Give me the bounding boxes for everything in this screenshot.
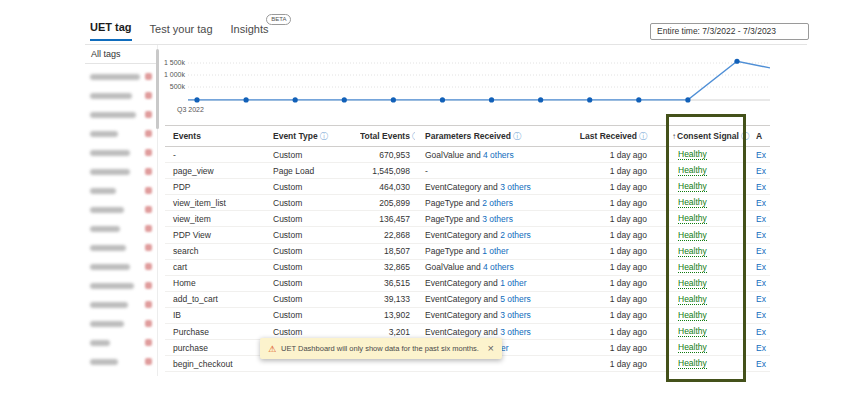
blurred-status-mark xyxy=(145,263,152,270)
consent-status-healthy[interactable]: Healthy xyxy=(678,279,707,289)
event-type-cell: Custom xyxy=(265,214,360,224)
consent-status-healthy[interactable]: Healthy xyxy=(678,198,707,208)
consent-status-healthy[interactable]: Healthy xyxy=(678,263,707,273)
params-prefix: PageType and xyxy=(425,198,482,208)
column-header-parameters-received[interactable]: Parameters Receivedⓘ xyxy=(415,131,570,142)
action-link[interactable]: Ex xyxy=(756,182,766,192)
params-prefix: GoalValue and xyxy=(425,262,483,272)
params-others-link[interactable]: 1 other xyxy=(500,278,526,288)
params-others-link[interactable]: 4 others xyxy=(483,262,514,272)
last-received-cell: 1 day ago xyxy=(570,198,652,208)
sidebar-item-all-tags[interactable]: All tags xyxy=(85,45,157,64)
action-link[interactable]: Ex xyxy=(756,343,766,353)
action-link[interactable]: Ex xyxy=(756,214,766,224)
consent-status-healthy[interactable]: Healthy xyxy=(678,166,707,176)
blurred-tag-name xyxy=(90,112,136,118)
notice-banner: ⚠ UET Dashboard will only show data for … xyxy=(260,338,502,359)
consent-status-healthy[interactable]: Healthy xyxy=(678,311,707,321)
parameters-cell: PageType and 3 others xyxy=(415,214,570,224)
sidebar-tag-item[interactable] xyxy=(85,86,157,105)
params-others-link[interactable]: 3 others xyxy=(500,310,531,320)
blurred-status-mark xyxy=(145,73,152,80)
consent-status-healthy[interactable]: Healthy xyxy=(678,182,707,192)
parameters-cell: PageType and 2 others xyxy=(415,198,570,208)
action-link[interactable]: Ex xyxy=(756,327,766,337)
last-received-cell: 1 day ago xyxy=(570,294,652,304)
sidebar-tag-item[interactable] xyxy=(85,67,157,86)
table-row: PDP ViewCustom22,868EventCategory and 2 … xyxy=(165,227,770,243)
info-icon[interactable]: ⓘ xyxy=(639,132,647,141)
params-others-link[interactable]: 5 others xyxy=(500,294,531,304)
blurred-tag-name xyxy=(90,169,130,175)
table-row: view_item_listCustom205,899PageType and … xyxy=(165,195,770,211)
info-icon[interactable]: ⓘ xyxy=(320,132,328,141)
sidebar-tag-item[interactable] xyxy=(85,314,157,333)
sidebar-tag-item[interactable] xyxy=(85,219,157,238)
blurred-tag-name xyxy=(90,245,126,251)
consent-status-healthy[interactable]: Healthy xyxy=(678,295,707,305)
consent-signal-cell: Healthy xyxy=(652,358,756,369)
params-others-link[interactable]: 3 others xyxy=(500,182,531,192)
last-received-cell: 1 day ago xyxy=(570,246,652,256)
action-link[interactable]: Ex xyxy=(756,310,766,320)
sidebar-tag-item[interactable] xyxy=(85,295,157,314)
last-received-cell: 1 day ago xyxy=(570,359,652,369)
params-others-link[interactable]: 2 others xyxy=(482,198,513,208)
sidebar-tag-item[interactable] xyxy=(85,200,157,219)
info-icon[interactable]: ⓘ xyxy=(741,132,749,141)
action-link[interactable]: Ex xyxy=(756,359,766,369)
sidebar-tag-item[interactable] xyxy=(85,105,157,124)
sidebar-tag-item[interactable] xyxy=(85,276,157,295)
event-name-cell: Home xyxy=(165,278,265,288)
params-others-link[interactable]: 2 others xyxy=(500,230,531,240)
date-range-picker[interactable]: Entire time: 7/3/2022 - 7/3/2023 xyxy=(650,23,809,40)
actions-cell: Ex xyxy=(756,246,770,256)
close-icon[interactable]: × xyxy=(488,343,494,354)
uet-dashboard: UET tagTest your tagInsightsBETA Entire … xyxy=(0,0,844,407)
sidebar-tag-item[interactable] xyxy=(85,257,157,276)
column-header-total-events[interactable]: Total Eventsⓘ xyxy=(360,131,415,142)
tab-bar: UET tagTest your tagInsightsBETA xyxy=(90,21,268,41)
sidebar-tag-item[interactable] xyxy=(85,162,157,181)
column-header-last-received[interactable]: Last Receivedⓘ xyxy=(570,131,652,142)
params-others-link[interactable]: 3 others xyxy=(482,214,513,224)
action-link[interactable]: Ex xyxy=(756,294,766,304)
sidebar-tag-item[interactable] xyxy=(85,238,157,257)
params-others-link[interactable]: 4 others xyxy=(483,150,514,160)
tab-insights[interactable]: InsightsBETA xyxy=(231,23,269,41)
consent-status-healthy[interactable]: Healthy xyxy=(678,327,707,337)
sidebar-tag-item[interactable] xyxy=(85,143,157,162)
tab-uet-tag[interactable]: UET tag xyxy=(90,21,132,41)
parameters-cell: EventCategory and 1 other xyxy=(415,278,570,288)
sidebar-tag-item[interactable] xyxy=(85,181,157,200)
action-link[interactable]: Ex xyxy=(756,246,766,256)
column-header-event-type[interactable]: Event Typeⓘ xyxy=(265,131,360,142)
consent-status-healthy[interactable]: Healthy xyxy=(678,247,707,257)
event-type-cell: Custom xyxy=(265,182,360,192)
consent-status-healthy[interactable]: Healthy xyxy=(678,231,707,241)
action-link[interactable]: Ex xyxy=(756,278,766,288)
consent-status-healthy[interactable]: Healthy xyxy=(678,359,707,369)
action-link[interactable]: Ex xyxy=(756,230,766,240)
sidebar-tag-item[interactable] xyxy=(85,352,157,371)
tab-test-your-tag[interactable]: Test your tag xyxy=(150,23,213,41)
table-row: view_itemCustom136,457PageType and 3 oth… xyxy=(165,211,770,227)
column-label: A xyxy=(756,131,762,141)
consent-status-healthy[interactable]: Healthy xyxy=(678,150,707,160)
column-header-consent-signal[interactable]: ↑Consent Signalⓘ xyxy=(652,131,756,142)
consent-status-healthy[interactable]: Healthy xyxy=(678,343,707,353)
params-others-link[interactable]: 1 other xyxy=(482,246,508,256)
params-prefix: EventCategory and xyxy=(425,310,500,320)
action-link[interactable]: Ex xyxy=(756,198,766,208)
sidebar-tag-item[interactable] xyxy=(85,333,157,352)
action-link[interactable]: Ex xyxy=(756,150,766,160)
params-others-link[interactable]: 3 others xyxy=(500,327,531,337)
action-link[interactable]: Ex xyxy=(756,262,766,272)
action-link[interactable]: Ex xyxy=(756,166,766,176)
event-type-cell: Custom xyxy=(265,150,360,160)
data-point xyxy=(489,97,494,102)
info-icon[interactable]: ⓘ xyxy=(513,132,521,141)
sidebar-tag-item[interactable] xyxy=(85,124,157,143)
event-name-cell: purchase xyxy=(165,343,265,353)
consent-status-healthy[interactable]: Healthy xyxy=(678,214,707,224)
